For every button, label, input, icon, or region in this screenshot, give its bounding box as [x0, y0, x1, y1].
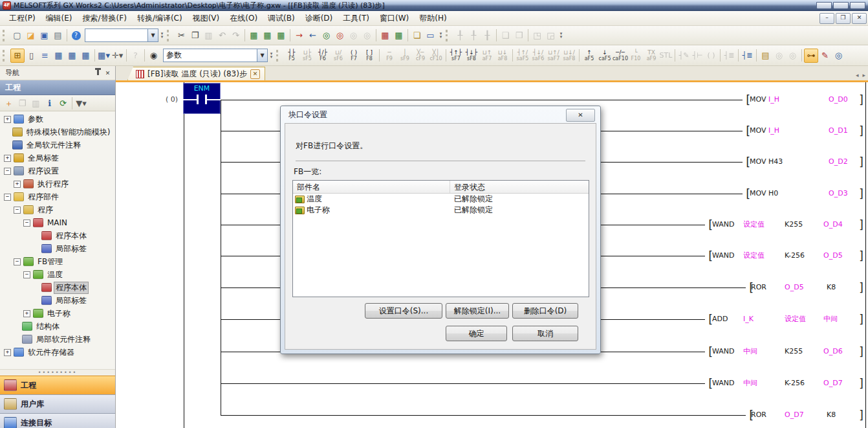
fb-list-header-status[interactable]: 登录状态: [450, 181, 589, 193]
toolbar-overflow-chevron[interactable]: ▾▾: [268, 49, 275, 62]
navigation-close-icon[interactable]: ✕: [103, 69, 113, 78]
delete-vertical-line-button[interactable]: ╳│cF10: [428, 47, 444, 63]
falling-pulse-negate-button[interactable]: ┤↓/saF6: [530, 47, 546, 63]
device-display-red-button[interactable]: ▦: [378, 28, 392, 42]
sampling-trace-button[interactable]: ❒: [512, 28, 526, 42]
edit-contact-button[interactable]: ┤✎: [677, 49, 691, 62]
tree-item-局部标签[interactable]: 局部标签: [0, 294, 115, 307]
ladder-monitor-3-button[interactable]: ╂: [481, 28, 494, 42]
device-table-button[interactable]: ▦: [65, 49, 79, 62]
read-from-plc-button[interactable]: ←: [306, 28, 320, 42]
device-test-button[interactable]: ▦: [274, 28, 288, 42]
remote-operation-button[interactable]: ▭: [424, 28, 437, 42]
pulse-conversion-close-button[interactable]: ↓caF5: [597, 47, 613, 63]
expand-icon[interactable]: +: [4, 116, 11, 123]
toolbar-overflow-chevron[interactable]: ▾▾: [158, 29, 166, 42]
device-batch-button[interactable]: ▦: [79, 49, 92, 62]
nav-refresh-button[interactable]: ⟳: [56, 96, 70, 110]
nav-new-object-button[interactable]: ＋: [2, 96, 16, 110]
tree-item-参数[interactable]: +参数: [0, 113, 115, 126]
watch-dropdown-button[interactable]: ▦▾: [97, 49, 111, 62]
pulse-conversion-button[interactable]: ↑aF5: [581, 47, 597, 63]
toolbar-grip[interactable]: [276, 50, 281, 62]
device-display-green-button[interactable]: ▦: [392, 28, 406, 42]
program-monitor-button[interactable]: ◎: [832, 49, 845, 62]
help-button[interactable]: ?: [69, 28, 83, 42]
tree-item-局部标签[interactable]: 局部标签: [0, 242, 115, 255]
verify-button[interactable]: ❏: [410, 28, 424, 42]
monitor-start-button[interactable]: ◎: [320, 28, 333, 42]
horizontal-line-button[interactable]: ─F9: [382, 47, 397, 63]
inline-statement-button[interactable]: ┤≣: [741, 49, 754, 62]
program-list-button[interactable]: ≡: [38, 49, 52, 62]
tab-scroll-right-icon[interactable]: ▸: [862, 72, 865, 78]
fb-instance-display-button[interactable]: ⊶: [804, 49, 818, 63]
menu-item-3[interactable]: 搜索/替换(F): [78, 12, 132, 25]
mdi-minimize-button[interactable]: –: [819, 13, 834, 24]
toolbar-overflow-chevron[interactable]: ▾▾: [558, 29, 565, 42]
find-previous-button[interactable]: ◎: [772, 49, 786, 62]
collapse-icon[interactable]: −: [14, 258, 21, 265]
tree-item-程序设置[interactable]: −程序设置: [0, 164, 115, 177]
menu-item-4[interactable]: 转换/编译(C): [132, 12, 188, 25]
collapse-icon[interactable]: −: [14, 207, 21, 214]
tree-item-电子称[interactable]: +电子称: [0, 307, 115, 320]
tab-close-icon[interactable]: ✕: [250, 69, 260, 79]
expand-icon[interactable]: +: [4, 155, 11, 162]
nav-view-project-button[interactable]: 工程: [0, 376, 115, 394]
toolbar-overflow-chevron[interactable]: ▾▾: [437, 29, 444, 42]
fb-list[interactable]: 部件名 登录状态 温度已解除锁定电子称已解除锁定: [292, 180, 589, 297]
tree-item-程序[interactable]: −程序: [0, 203, 115, 216]
tree-item-全局标签[interactable]: +全局标签: [0, 152, 115, 164]
tree-item-MAIN[interactable]: −MAIN: [0, 216, 115, 229]
menu-item-5[interactable]: 视图(V): [188, 12, 225, 25]
redo-button[interactable]: ↷: [229, 28, 243, 42]
nav-copy-button[interactable]: ❐: [16, 96, 29, 110]
stl-instruction-button[interactable]: STL: [659, 49, 673, 62]
device-find-button[interactable]: ▦: [52, 49, 65, 62]
edit-parallel-button[interactable]: ( ): [704, 49, 718, 62]
tree-item-FB管理[interactable]: −FB管理: [0, 255, 115, 268]
device-monitor-button[interactable]: ▦: [261, 28, 274, 42]
unlock-button[interactable]: 解除锁定(I)...: [446, 303, 509, 319]
device-search-dropdown-button[interactable]: ✛▾: [111, 49, 124, 62]
horizontal-line-input-button[interactable]: └F10: [628, 47, 644, 63]
find-next-button[interactable]: ◎: [786, 49, 799, 62]
nav-paste-button[interactable]: ▥: [29, 96, 43, 110]
write-to-plc-button[interactable]: →: [292, 28, 306, 42]
ladder-monitor-2-button[interactable]: ╀: [467, 28, 481, 42]
monitor-stop-button[interactable]: ◎: [333, 28, 347, 42]
pin-icon[interactable]: [93, 69, 103, 78]
rising-pulse-parallel-button[interactable]: ⊔↑aF7: [479, 47, 495, 63]
window-close-button[interactable]: [850, 2, 865, 9]
close-contact-button[interactable]: ┤/├F6: [315, 47, 331, 63]
falling-pulse-negate-parallel-button[interactable]: ⊔↓/saF8: [561, 47, 577, 63]
device-search-combo[interactable]: 参数 ▼: [163, 49, 268, 62]
nav-view-connection-button[interactable]: 连接目标: [0, 413, 115, 428]
collapse-icon[interactable]: −: [4, 168, 11, 175]
trace-1-button[interactable]: ◳: [530, 28, 544, 42]
toolbar-grip[interactable]: [167, 30, 172, 41]
menu-item-6[interactable]: 在线(O): [224, 12, 263, 25]
monitor-pause-button[interactable]: ◎: [347, 28, 360, 42]
expand-icon[interactable]: +: [14, 181, 21, 188]
open-contact-button[interactable]: ┤├F5: [284, 47, 299, 63]
cut-button[interactable]: ✂: [175, 28, 188, 42]
tree-item-执行程序[interactable]: +执行程序: [0, 177, 115, 190]
paste-button[interactable]: ▥: [202, 28, 215, 42]
device-comment-button[interactable]: ▦: [247, 28, 261, 42]
expand-icon[interactable]: +: [23, 310, 30, 317]
fb-list-row[interactable]: 电子称已解除锁定: [293, 205, 589, 216]
toolbar-grip[interactable]: [3, 50, 8, 62]
combo-dropdown-icon[interactable]: ▼: [257, 49, 267, 62]
tree-item-特殊模块(智能功能模块)[interactable]: 特殊模块(智能功能模块): [0, 126, 115, 139]
fb-list-header-name[interactable]: 部件名: [293, 181, 450, 193]
falling-pulse-parallel-button[interactable]: ⊔↓aF8: [495, 47, 510, 63]
quick-find-combo[interactable]: ▼: [85, 28, 158, 42]
window-maximize-button[interactable]: [833, 2, 849, 9]
navigation-splitter[interactable]: •••••••••: [0, 369, 115, 376]
vertical-line-button[interactable]: │sF9: [397, 47, 413, 63]
monitor-resume-button[interactable]: ◎: [360, 28, 374, 42]
collapse-icon[interactable]: −: [4, 194, 11, 201]
combo-dropdown-icon[interactable]: ▼: [147, 29, 158, 41]
